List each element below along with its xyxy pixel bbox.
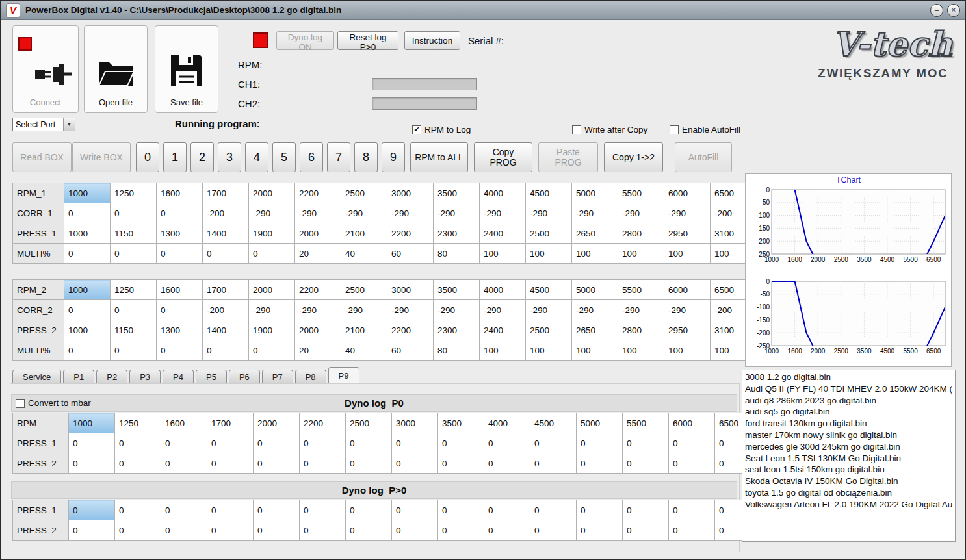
cell-MULTI%-7[interactable]: 60 (387, 340, 434, 361)
tab-p9[interactable]: P9 (328, 367, 359, 384)
cell-PRESS_2-3[interactable]: 1400 (203, 320, 249, 340)
cell-RPM_2-13[interactable]: 6000 (664, 280, 711, 300)
cell-PRESS_2-0[interactable]: 1000 (64, 320, 111, 340)
file-list-item[interactable]: Seat Leon 1.5 TSI 130KM Go Digital.bin (745, 453, 952, 465)
cell-CORR_2-13[interactable]: -290 (664, 300, 711, 320)
cell-RPM-10[interactable]: 4500 (530, 413, 577, 433)
cell-CORR_1-9[interactable]: -290 (480, 203, 526, 223)
cell-PRESS_1-2[interactable]: 0 (161, 433, 207, 453)
cell-PRESS_2-3[interactable]: 0 (207, 453, 254, 474)
cell-RPM_2-12[interactable]: 5500 (618, 280, 664, 300)
cell-RPM-13[interactable]: 6000 (669, 413, 715, 433)
cell-PRESS_1-2[interactable]: 1300 (157, 223, 203, 244)
cell-RPM_1-10[interactable]: 4500 (526, 183, 572, 203)
cell-CORR_2-5[interactable]: -290 (295, 300, 341, 320)
cell-RPM-12[interactable]: 5500 (623, 413, 669, 433)
cell-MULTI%-10[interactable]: 100 (526, 340, 572, 361)
copy-prog-button[interactable]: Copy PROG (474, 142, 532, 172)
cell-RPM_1-9[interactable]: 4000 (480, 183, 526, 203)
cell-PRESS_2-3[interactable]: 0 (207, 520, 254, 541)
tab-p6[interactable]: P6 (229, 370, 260, 384)
cell-PRESS_2-4[interactable]: 1900 (249, 320, 295, 340)
cell-PRESS_1-8[interactable]: 2300 (434, 223, 480, 244)
tab-p1[interactable]: P1 (63, 370, 94, 384)
connect-button[interactable]: Connect (12, 25, 79, 113)
cell-RPM-5[interactable]: 2200 (300, 413, 346, 433)
tab-p5[interactable]: P5 (196, 370, 227, 384)
cell-PRESS_2-9[interactable]: 2400 (480, 320, 526, 340)
cell-MULTI%-10[interactable]: 100 (526, 244, 572, 264)
cell-PRESS_2-12[interactable]: 2800 (618, 320, 664, 340)
tab-p4[interactable]: P4 (163, 370, 194, 384)
cell-MULTI%-2[interactable]: 0 (157, 340, 203, 361)
cell-RPM_2-5[interactable]: 2200 (295, 280, 341, 300)
cell-MULTI%-5[interactable]: 20 (295, 340, 341, 361)
cell-PRESS_2-10[interactable]: 0 (530, 453, 577, 474)
cell-MULTI%-0[interactable]: 0 (64, 244, 111, 264)
cell-MULTI%-8[interactable]: 80 (434, 244, 480, 264)
cell-PRESS_1-13[interactable]: 0 (669, 500, 715, 520)
cell-RPM_1-1[interactable]: 1250 (111, 183, 157, 203)
tab-p2[interactable]: P2 (96, 370, 127, 384)
cell-PRESS_1-3[interactable]: 0 (207, 433, 254, 453)
digit-button-2[interactable]: 2 (190, 142, 214, 172)
cell-MULTI%-1[interactable]: 0 (111, 340, 157, 361)
cell-MULTI%-4[interactable]: 0 (249, 340, 295, 361)
cell-CORR_2-7[interactable]: -290 (387, 300, 434, 320)
cell-MULTI%-2[interactable]: 0 (157, 244, 203, 264)
cell-MULTI%-6[interactable]: 40 (341, 244, 387, 264)
cell-CORR_1-12[interactable]: -290 (618, 203, 664, 223)
cell-PRESS_1-0[interactable]: 0 (69, 500, 115, 520)
cell-RPM_1-2[interactable]: 1600 (157, 183, 203, 203)
file-list-item[interactable]: master 170km nowy silnik go digital.bin (745, 429, 952, 441)
cell-PRESS_1-13[interactable]: 2950 (664, 223, 711, 244)
tab-p7[interactable]: P7 (262, 370, 293, 384)
cell-PRESS_1-5[interactable]: 0 (300, 500, 346, 520)
cell-PRESS_2-5[interactable]: 0 (300, 520, 346, 541)
cell-CORR_2-9[interactable]: -290 (480, 300, 526, 320)
cell-MULTI%-11[interactable]: 100 (572, 244, 618, 264)
cell-MULTI%-3[interactable]: 0 (203, 244, 249, 264)
enable-autofill-checkbox[interactable]: Enable AutoFill (670, 125, 740, 134)
cell-PRESS_1-7[interactable]: 0 (392, 500, 438, 520)
cell-RPM_2-9[interactable]: 4000 (480, 280, 526, 300)
cell-RPM_2-10[interactable]: 4500 (526, 280, 572, 300)
cell-PRESS_2-8[interactable]: 0 (438, 520, 484, 541)
cell-PRESS_2-2[interactable]: 0 (161, 453, 207, 474)
cell-PRESS_2-13[interactable]: 2950 (664, 320, 711, 340)
cell-RPM-7[interactable]: 3000 (392, 413, 438, 433)
file-list-item[interactable]: audi sq5 go digital.bin (745, 406, 952, 418)
cell-CORR_2-6[interactable]: -290 (341, 300, 387, 320)
cell-PRESS_1-10[interactable]: 2500 (526, 223, 572, 244)
cell-PRESS_1-4[interactable]: 0 (254, 433, 300, 453)
cell-RPM_2-4[interactable]: 2000 (249, 280, 295, 300)
cell-PRESS_2-10[interactable]: 0 (530, 520, 577, 541)
cell-RPM_2-6[interactable]: 2500 (341, 280, 387, 300)
cell-PRESS_1-8[interactable]: 0 (438, 433, 484, 453)
cell-PRESS_2-6[interactable]: 2100 (341, 320, 387, 340)
instruction-button[interactable]: Instruction (404, 31, 460, 50)
cell-PRESS_2-11[interactable]: 0 (577, 453, 623, 474)
file-list-item[interactable]: Audi Q5 II (FY FL) 40 TDI MHEV 2.0 150kW… (745, 383, 952, 395)
cell-CORR_2-8[interactable]: -290 (434, 300, 480, 320)
cell-CORR_1-5[interactable]: -290 (295, 203, 341, 223)
cell-PRESS_2-1[interactable]: 0 (115, 453, 161, 474)
cell-MULTI%-13[interactable]: 100 (664, 340, 711, 361)
cell-RPM_2-7[interactable]: 3000 (387, 280, 434, 300)
cell-RPM_1-3[interactable]: 1700 (203, 183, 249, 203)
cell-RPM_2-0[interactable]: 1000 (64, 280, 111, 300)
cell-PRESS_1-11[interactable]: 2650 (572, 223, 618, 244)
cell-MULTI%-13[interactable]: 100 (664, 244, 711, 264)
cell-PRESS_1-12[interactable]: 0 (623, 500, 669, 520)
cell-PRESS_1-2[interactable]: 0 (161, 500, 207, 520)
cell-CORR_1-10[interactable]: -290 (526, 203, 572, 223)
cell-PRESS_1-5[interactable]: 2000 (295, 223, 341, 244)
cell-PRESS_1-11[interactable]: 0 (577, 500, 623, 520)
write-after-copy-checkbox[interactable]: Write after Copy (572, 125, 647, 134)
file-list-item[interactable]: mercedes gle 300d 245km go digital.bin (745, 441, 952, 453)
save-file-button[interactable]: Save file (155, 25, 218, 113)
cell-PRESS_2-1[interactable]: 1150 (111, 320, 157, 340)
file-list-item[interactable]: 3008 1.2 go digital.bin (745, 372, 952, 383)
cell-PRESS_1-4[interactable]: 0 (254, 500, 300, 520)
cell-MULTI%-1[interactable]: 0 (111, 244, 157, 264)
